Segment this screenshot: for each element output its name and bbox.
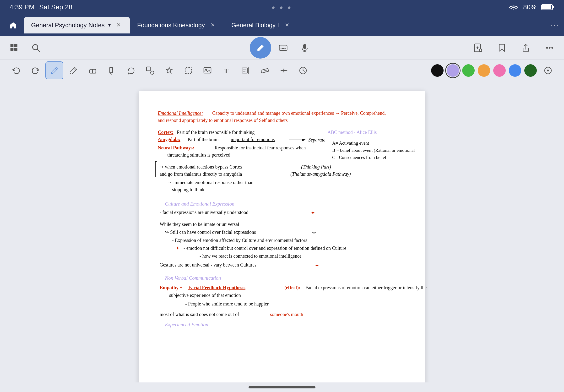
tab-close-button[interactable]: ✕ — [114, 21, 123, 29]
text-tool[interactable]: T — [218, 61, 235, 79]
pen-tool[interactable] — [45, 61, 63, 79]
svg-point-28 — [551, 47, 553, 49]
svg-point-35 — [151, 71, 154, 74]
svg-text:(Thinking Part): (Thinking Part) — [301, 164, 331, 170]
svg-point-26 — [546, 47, 548, 49]
microphone-button[interactable] — [295, 38, 314, 57]
svg-text:- facial expressions are unive: - facial expressions are universally und… — [160, 210, 248, 215]
toolbar-left-tools — [5, 38, 45, 57]
handwritten-notes: Emotional Intelligence: Capacity to unde… — [153, 103, 411, 382]
svg-line-52 — [303, 70, 305, 71]
svg-text:subjective experience of that : subjective experience of that emotion — [169, 293, 241, 298]
marker-tool[interactable] — [103, 61, 121, 79]
color-black[interactable] — [431, 64, 443, 77]
ai-tool[interactable] — [275, 61, 293, 79]
keyboard-button[interactable] — [274, 38, 293, 57]
image-insert-tool[interactable] — [198, 61, 216, 79]
selection-tool[interactable] — [179, 61, 197, 79]
svg-rect-5 — [11, 48, 14, 51]
svg-text:Responsible for instinctual fe: Responsible for instinctual fear respons… — [215, 145, 306, 151]
svg-text:most of what is said does not : most of what is said does not come out o… — [160, 312, 239, 317]
battery-display: 80% — [523, 3, 536, 11]
stamp-tool[interactable] — [160, 61, 178, 79]
tab-general-biology[interactable]: General Biology I ✕ — [224, 17, 298, 33]
redo-button[interactable] — [26, 61, 44, 79]
eraser-tool[interactable] — [84, 61, 102, 79]
svg-text:While they seem to be innate o: While they seem to be innate or universa… — [160, 222, 239, 227]
tab-foundations-kinesiology[interactable]: Foundations Kinesiology ✕ — [130, 17, 224, 33]
status-left: 4:39 PM Sat Sep 28 — [10, 3, 72, 11]
tab-label: Foundations Kinesiology — [137, 22, 205, 29]
svg-text:☆: ☆ — [312, 230, 316, 236]
svg-text:Facial Feedback Hypothesis: Facial Feedback Hypothesis — [188, 285, 246, 290]
wifi-icon — [509, 4, 518, 11]
tab-label: General Psychology Notes — [31, 22, 105, 29]
svg-text:A= Activating event: A= Activating event — [332, 140, 369, 146]
expand-colors-button[interactable] — [539, 61, 557, 79]
svg-rect-6 — [14, 48, 17, 51]
tab-bar: General Psychology Notes ▾ ✕ Foundations… — [0, 14, 564, 36]
svg-rect-2 — [553, 6, 554, 8]
pen-tool-active[interactable] — [250, 37, 271, 58]
svg-text:Experienced Emotion: Experienced Emotion — [165, 322, 208, 327]
svg-text:↪ when emotional reactions byp: ↪ when emotional reactions bypass Cortex — [160, 164, 242, 170]
pencil-tool[interactable] — [65, 61, 83, 79]
status-right: 80% — [509, 3, 554, 11]
history-tool[interactable] — [294, 61, 312, 79]
svg-rect-45 — [261, 68, 268, 73]
svg-text:Facial expressions of emotion : Facial expressions of emotion can either… — [305, 285, 426, 290]
add-page-button[interactable] — [468, 38, 488, 57]
home-indicator — [248, 386, 316, 388]
svg-text:✦: ✦ — [315, 263, 319, 268]
more-options-button[interactable] — [540, 38, 559, 57]
svg-text:→ immediate emotional response: → immediate emotional response rather th… — [167, 180, 253, 185]
color-orange[interactable] — [478, 64, 490, 77]
ocr-tool[interactable] — [237, 61, 255, 79]
svg-text:↪ Still can have control over : ↪ Still can have control over facial exp… — [165, 229, 256, 235]
more-tabs-indicator: ··· — [551, 21, 559, 29]
color-green[interactable] — [462, 64, 475, 77]
note-page[interactable]: Emotional Intelligence: Capacity to unde… — [139, 91, 425, 382]
svg-text:✦: ✦ — [176, 245, 180, 251]
color-dark-green[interactable] — [524, 64, 537, 77]
svg-rect-36 — [147, 67, 150, 71]
shapes-tool[interactable] — [141, 61, 159, 79]
search-button[interactable] — [26, 38, 45, 57]
toolbar-center-tools — [250, 37, 314, 58]
ruler-tool[interactable] — [256, 61, 274, 79]
apps-button[interactable] — [5, 38, 24, 57]
home-button[interactable] — [5, 20, 22, 30]
svg-text:- how we react is connected to: - how we react is connected to emotional… — [200, 253, 302, 259]
svg-rect-9 — [279, 45, 287, 50]
color-pink[interactable] — [493, 64, 506, 77]
svg-text:threatening stimulus is percei: threatening stimulus is perceived — [167, 152, 230, 158]
tab-general-psychology[interactable]: General Psychology Notes ▾ ✕ — [24, 17, 130, 33]
svg-rect-3 — [11, 44, 14, 47]
share-button[interactable] — [516, 38, 535, 57]
battery-icon — [541, 4, 554, 11]
svg-text:someone's mouth: someone's mouth — [270, 312, 303, 317]
date-display: Sat Sep 28 — [39, 3, 72, 11]
bottom-handle — [0, 382, 564, 392]
color-blue[interactable] — [509, 64, 521, 77]
svg-text:(effect):: (effect): — [284, 285, 300, 290]
svg-text:- emotion not difficult but co: - emotion not difficult but control over… — [183, 245, 346, 251]
tab-close-button[interactable]: ✕ — [208, 21, 217, 29]
main-toolbar — [0, 36, 564, 60]
tab-label: General Biology I — [231, 22, 279, 29]
svg-text:C= Consequences from belief: C= Consequences from belief — [332, 155, 386, 160]
svg-text:Empathy +: Empathy + — [160, 285, 182, 290]
lasso-tool[interactable] — [122, 61, 140, 79]
status-bar: 4:39 PM Sat Sep 28 ● ● ● 80% — [0, 0, 564, 14]
tab-dropdown-icon[interactable]: ▾ — [108, 22, 111, 28]
color-lavender[interactable] — [447, 64, 459, 77]
svg-rect-38 — [204, 67, 211, 73]
tab-close-button[interactable]: ✕ — [283, 21, 291, 29]
svg-text:Capacity to understand and man: Capacity to understand and manage own em… — [212, 111, 386, 116]
undo-button[interactable] — [7, 61, 25, 79]
bookmark-button[interactable] — [492, 38, 511, 57]
svg-text:Neural Pathways:: Neural Pathways: — [158, 145, 194, 151]
svg-rect-41 — [242, 68, 247, 73]
svg-text:ABC method - Alice Ellis: ABC method - Alice Ellis — [327, 129, 377, 135]
svg-point-7 — [32, 44, 38, 50]
